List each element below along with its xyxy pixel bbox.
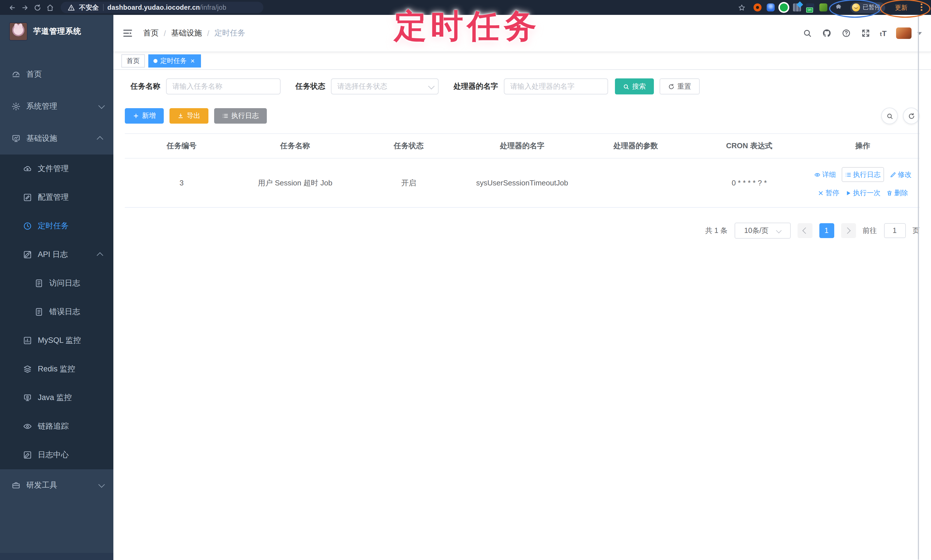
extension-orange-icon[interactable] [753, 3, 761, 11]
toggle-search-icon[interactable] [881, 108, 898, 124]
sidebar-item-api-log[interactable]: API 日志 [0, 240, 113, 269]
browser-home-icon[interactable] [43, 1, 56, 14]
browser-forward-icon[interactable] [18, 1, 31, 14]
table-toolbar: 新增 导出 执行日志 [125, 108, 920, 124]
sidebar-item-error-log[interactable]: 错误日志 [0, 298, 113, 326]
url-path: /infra/job [200, 4, 227, 11]
col-job-id: 任务编号 [125, 134, 239, 158]
tag-scheduled-jobs[interactable]: 定时任务 [148, 54, 201, 67]
close-icon[interactable] [190, 57, 196, 64]
filter-form: 任务名称 任务状态 请选择任务状态 处理器的名字 搜索 [131, 78, 920, 95]
sidebar-item-label: MySQL 监控 [38, 335, 81, 346]
export-button[interactable]: 导出 [170, 108, 208, 124]
browser-update-button[interactable]: 更新 [890, 2, 912, 13]
run-once-link[interactable]: 执行一次 [845, 187, 881, 198]
extension-blue-icon[interactable] [766, 3, 774, 11]
page-scrollbar[interactable] [918, 15, 919, 560]
sidebar-item-label: 错误日志 [49, 307, 80, 317]
browser-back-icon[interactable] [6, 1, 18, 14]
tag-label: 首页 [126, 56, 140, 65]
sidebar-item-java-monitor[interactable]: Java 监控 [0, 383, 113, 412]
reset-button-label: 重置 [677, 82, 691, 91]
breadcrumb-infra[interactable]: 基础设施 [171, 28, 202, 38]
extension-grid-icon[interactable] [793, 3, 801, 11]
extension-switch-icon[interactable] [806, 3, 814, 11]
next-page-button[interactable] [841, 223, 856, 238]
detail-link-label: 详细 [822, 169, 836, 180]
edit-link-label: 修改 [898, 169, 911, 180]
sidebar-item-access-log[interactable]: 访问日志 [0, 269, 113, 298]
extension-green-icon[interactable] [780, 3, 788, 11]
chevron-up-icon [97, 252, 103, 259]
url-host: dashboard.yudao.iocoder.cn [107, 4, 200, 11]
add-button[interactable]: 新增 [125, 108, 164, 124]
sidebar-item-trace[interactable]: 链路追踪 [0, 412, 113, 441]
pause-link-label: 暂停 [826, 187, 839, 198]
sidebar-item-log-center[interactable]: 日志中心 [0, 441, 113, 469]
browser-profile-chip[interactable]: 已暂停 [850, 2, 885, 13]
app-title: 芋道管理系统 [33, 26, 81, 37]
user-avatar[interactable] [896, 28, 911, 39]
extension-leaf-icon[interactable] [819, 3, 827, 11]
address-bar[interactable]: 不安全 dashboard.yudao.iocoder.cn/infra/job [61, 2, 264, 13]
browser-menu-kebab-icon[interactable] [917, 3, 925, 12]
navbar-actions: tT [802, 28, 922, 39]
prev-page-button[interactable] [797, 223, 812, 238]
breadcrumb-home[interactable]: 首页 [143, 28, 159, 38]
sidebar-item-label: 链路追踪 [38, 421, 69, 432]
detail-link[interactable]: 详细 [814, 169, 836, 180]
job-log-link[interactable]: 执行日志 [842, 167, 884, 182]
chevron-left-icon [803, 228, 809, 234]
document-icon [34, 279, 43, 288]
job-log-button-label: 执行日志 [231, 111, 259, 121]
breadcrumb-separator: / [164, 29, 166, 37]
browser-refresh-icon[interactable] [31, 1, 43, 14]
browser-toolbar: 不安全 dashboard.yudao.iocoder.cn/infra/job… [0, 0, 931, 15]
pause-link[interactable]: 暂停 [818, 187, 839, 198]
handler-name-input[interactable] [504, 78, 608, 94]
tag-home[interactable]: 首页 [122, 54, 145, 67]
add-button-label: 新增 [142, 111, 156, 121]
address-divider [103, 4, 103, 11]
sidebar-item-config-manage[interactable]: 配置管理 [0, 183, 113, 212]
font-size-icon[interactable]: tT [880, 29, 887, 37]
help-icon[interactable] [841, 28, 851, 38]
search-button[interactable]: 搜索 [615, 78, 654, 94]
security-warning-icon [68, 4, 75, 11]
github-icon[interactable] [822, 28, 832, 38]
chevron-down-icon [428, 83, 435, 89]
sidebar-item-home[interactable]: 首页 [0, 58, 113, 91]
sidebar-item-mysql-monitor[interactable]: MySQL 监控 [0, 326, 113, 355]
breadcrumb-separator: / [207, 29, 210, 37]
sidebar-item-label: Java 监控 [38, 392, 72, 403]
sidebar-item-label: 基础设施 [26, 133, 57, 144]
chevron-right-icon [844, 228, 851, 234]
page-number-1[interactable]: 1 [819, 223, 834, 238]
job-status-select[interactable]: 请选择任务状态 [331, 78, 439, 94]
search-icon[interactable] [802, 28, 812, 38]
sidebar-item-file-manage[interactable]: 文件管理 [0, 154, 113, 183]
sidebar-item-redis-monitor[interactable]: Redis 监控 [0, 355, 113, 383]
reset-button[interactable]: 重置 [660, 78, 700, 94]
sidebar-menu: 首页 系统管理 基础设施 文件管理 [0, 48, 113, 502]
cell-handler-name: sysUserSessionTimeoutJob [466, 158, 579, 208]
delete-link[interactable]: 删除 [886, 187, 908, 198]
bookmark-star-icon[interactable] [735, 1, 748, 14]
page-size-select[interactable]: 10条/页 [734, 223, 791, 238]
goto-page-input[interactable] [884, 223, 906, 238]
refresh-table-icon[interactable] [903, 108, 920, 124]
cell-handler-param [579, 158, 692, 208]
extensions-puzzle-icon[interactable] [832, 1, 845, 14]
job-log-button[interactable]: 执行日志 [214, 108, 267, 124]
job-name-input[interactable] [166, 78, 281, 94]
sidebar-item-infra[interactable]: 基础设施 [0, 123, 113, 154]
sidebar-item-scheduled-jobs[interactable]: 定时任务 [0, 212, 113, 240]
edit-link[interactable]: 修改 [890, 169, 911, 180]
sidebar-item-system[interactable]: 系统管理 [0, 91, 113, 123]
browser-toolbar-right: 已暂停 更新 [735, 1, 925, 14]
sidebar-item-dev-tools[interactable]: 研发工具 [0, 469, 113, 502]
sidebar-header[interactable]: 芋道管理系统 [0, 15, 113, 48]
hamburger-icon[interactable] [123, 28, 134, 39]
fullscreen-icon[interactable] [860, 28, 871, 38]
chevron-down-icon [776, 228, 782, 233]
